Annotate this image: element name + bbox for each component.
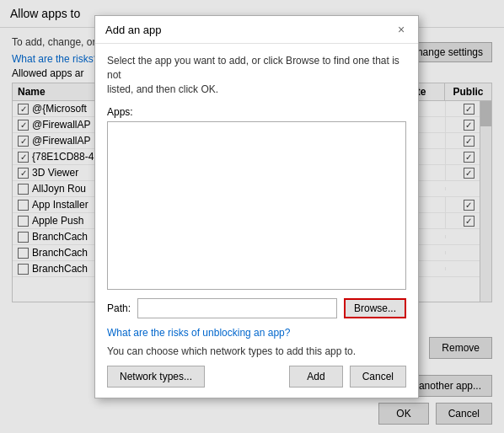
modal-title-bar: Add an app × — [95, 16, 418, 44]
modal-cancel-button[interactable]: Cancel — [350, 366, 406, 388]
modal-instruction: Select the app you want to add, or click… — [107, 54, 406, 96]
modal-close-button[interactable]: × — [393, 21, 410, 38]
modal-apps-listbox[interactable] — [107, 121, 406, 290]
modal-browse-button[interactable]: Browse... — [344, 298, 406, 318]
modal-risks-link[interactable]: What are the risks of unblocking an app? — [107, 327, 406, 339]
modal-path-label: Path: — [107, 302, 131, 314]
modal-apps-label: Apps: — [107, 106, 406, 118]
modal-add-button[interactable]: Add — [289, 366, 342, 388]
modal-path-row: Path: Browse... — [107, 298, 406, 318]
modal-network-types-button[interactable]: Network types... — [107, 366, 205, 388]
modal-body: Select the app you want to add, or click… — [95, 44, 418, 398]
add-app-modal: Add an app × Select the app you want to … — [94, 15, 419, 398]
modal-path-input[interactable] — [137, 298, 337, 318]
modal-overlay: Add an app × Select the app you want to … — [0, 0, 504, 433]
modal-title: Add an app — [105, 24, 162, 36]
modal-right-buttons: Add Cancel — [289, 366, 406, 388]
modal-bottom-buttons: Network types... Add Cancel — [107, 366, 406, 388]
modal-network-text: You can choose which network types to ad… — [107, 345, 406, 357]
